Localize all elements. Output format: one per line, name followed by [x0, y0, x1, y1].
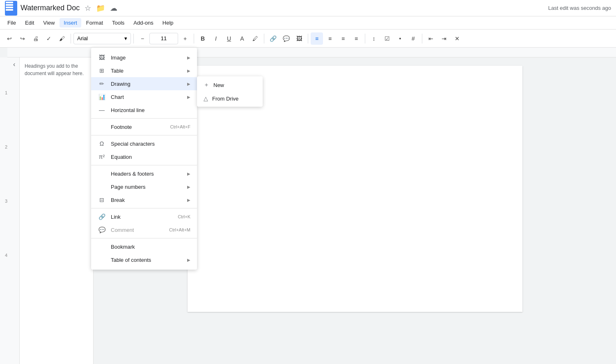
drawing-new-item[interactable]: ＋ New — [197, 78, 263, 92]
numbered-list-btn[interactable]: # — [407, 32, 419, 45]
drawing-drive-item[interactable]: △ From Drive — [197, 92, 263, 105]
menu-format[interactable]: Format — [82, 18, 107, 27]
insert-hline-label: Horizontal line — [111, 107, 190, 113]
indent-more-btn[interactable]: ⇥ — [438, 32, 450, 45]
insert-equation[interactable]: π² Equation — [91, 150, 197, 163]
align-center-btn[interactable]: ≡ — [324, 32, 336, 45]
menu-view[interactable]: View — [39, 18, 59, 27]
sep1 — [71, 34, 71, 43]
new-icon: ＋ — [204, 81, 209, 89]
font-dropdown-icon: ▾ — [124, 35, 127, 41]
menu-edit[interactable]: Edit — [21, 18, 38, 27]
insert-special-chars[interactable]: Ω Special characters — [91, 137, 197, 150]
menu-addons[interactable]: Add-ons — [129, 18, 157, 27]
comment-shortcut: Ctrl+Alt+M — [169, 227, 190, 232]
last-edit: Last edit was seconds ago — [548, 5, 611, 11]
link-btn[interactable]: 🔗 — [267, 32, 279, 45]
insert-footnote-label: Footnote — [111, 124, 170, 130]
pagenums-arrow: ▶ — [187, 185, 190, 189]
insert-toc[interactable]: Table of contents ▶ — [91, 253, 197, 266]
insert-bookmark-label: Bookmark — [111, 244, 190, 250]
headers-icon — [98, 169, 106, 178]
checklist-btn[interactable]: ☑ — [381, 32, 393, 45]
break-arrow: ▶ — [187, 198, 190, 202]
menu-insert[interactable]: Insert — [60, 18, 81, 27]
italic-btn[interactable]: I — [210, 32, 222, 45]
sep2 — [133, 34, 134, 43]
insert-toc-label: Table of contents — [111, 257, 187, 263]
pagenums-icon — [98, 183, 106, 191]
page-num-4: 4 — [5, 253, 7, 258]
insert-section-2: Footnote Ctrl+Alt+F — [91, 119, 197, 135]
menu-bar: File Edit View Insert Format Tools Add-o… — [0, 16, 616, 30]
sidebar-back-btn[interactable]: ‹ — [13, 61, 15, 68]
insert-drawing[interactable]: ✏ Drawing ▶ — [91, 77, 197, 90]
insert-image[interactable]: 🖼 Image ▶ — [91, 51, 197, 64]
doc-title: Watermarked Doc — [21, 4, 80, 12]
drawing-icon: ✏ — [98, 80, 106, 88]
image-arrow: ▶ — [187, 55, 190, 60]
text-color-btn[interactable]: A — [236, 32, 248, 45]
font-selector[interactable]: Arial ▾ — [73, 33, 131, 44]
sep5 — [308, 34, 308, 43]
cloud-icon[interactable]: ☁ — [110, 4, 117, 13]
insert-comment: 💬 Comment Ctrl+Alt+M — [91, 223, 197, 236]
insert-table[interactable]: ⊞ Table ▶ — [91, 64, 197, 77]
insert-break[interactable]: ⊟ Break ▶ — [91, 193, 197, 206]
align-left-btn[interactable]: ≡ — [311, 32, 323, 45]
insert-menu: 🖼 Image ▶ ⊞ Table ▶ ✏ Drawing ▶ 📊 Chart … — [91, 48, 197, 270]
doc-icon — [5, 1, 17, 16]
menu-help[interactable]: Help — [158, 18, 178, 27]
pi-icon: π² — [98, 153, 106, 161]
insert-hline[interactable]: — Horizontal line — [91, 103, 197, 117]
clear-format-btn[interactable]: ✕ — [451, 32, 463, 45]
paintformat-btn[interactable]: 🖌 — [56, 32, 68, 45]
insert-footnote[interactable]: Footnote Ctrl+Alt+F — [91, 120, 197, 133]
insert-bookmark[interactable]: Bookmark — [91, 240, 197, 253]
insert-pagenums[interactable]: Page numbers ▶ — [91, 180, 197, 193]
font-size-display[interactable]: 11 — [149, 33, 178, 44]
line-spacing-btn[interactable]: ↕ — [368, 32, 380, 45]
spellcheck-btn[interactable]: ✓ — [43, 32, 55, 45]
insert-pagenums-label: Page numbers — [111, 184, 187, 190]
insert-table-label: Table — [111, 68, 187, 74]
print-btn[interactable]: 🖨 — [30, 32, 42, 45]
bold-btn[interactable]: B — [197, 32, 209, 45]
font-name: Arial — [77, 35, 88, 41]
align-right-btn[interactable]: ≡ — [337, 32, 349, 45]
toolbar: ↩ ↪ 🖨 ✓ 🖌 Arial ▾ − 11 + B I U A 🖊 🔗 💬 🖼… — [0, 30, 616, 48]
title-bar: Watermarked Doc ☆ 📁 ☁ Last edit was seco… — [0, 0, 616, 16]
font-size-decrease[interactable]: − — [136, 32, 149, 45]
undo-btn[interactable]: ↩ — [3, 32, 16, 45]
bullet-list-btn[interactable]: • — [394, 32, 406, 45]
insert-section-3: Ω Special characters π² Equation — [91, 135, 197, 165]
indent-less-btn[interactable]: ⇤ — [425, 32, 437, 45]
insert-headers[interactable]: Headers & footers ▶ — [91, 167, 197, 180]
menu-file[interactable]: File — [3, 18, 20, 27]
table-icon: ⊞ — [98, 66, 106, 75]
star-icon[interactable]: ☆ — [85, 4, 91, 13]
chart-icon: 📊 — [98, 93, 106, 101]
menu-tools[interactable]: Tools — [108, 18, 128, 27]
font-size-increase[interactable]: + — [179, 32, 191, 45]
bookmark-icon — [98, 243, 106, 251]
redo-btn[interactable]: ↪ — [16, 32, 29, 45]
font-size-value: 11 — [161, 35, 167, 41]
insert-chart[interactable]: 📊 Chart ▶ — [91, 90, 197, 103]
insert-equation-label: Equation — [111, 154, 190, 160]
image-btn[interactable]: 🖼 — [293, 32, 305, 45]
underline-btn[interactable]: U — [223, 32, 235, 45]
headers-arrow: ▶ — [187, 172, 190, 176]
highlight-btn[interactable]: 🖊 — [249, 32, 261, 45]
folder-icon[interactable]: 📁 — [96, 4, 105, 13]
align-justify-btn[interactable]: ≡ — [350, 32, 362, 45]
outline-panel: Headings you add to the document will ap… — [20, 57, 94, 364]
sidebar: ‹ — [12, 57, 20, 364]
insert-image-label: Image — [111, 55, 187, 61]
toc-arrow: ▶ — [187, 258, 190, 262]
insert-link[interactable]: 🔗 Link Ctrl+K — [91, 210, 197, 223]
page-num-3: 3 — [5, 199, 7, 204]
page-num-1: 1 — [5, 90, 7, 95]
insert-drawing-label: Drawing — [111, 81, 187, 87]
comment-btn[interactable]: 💬 — [280, 32, 292, 45]
